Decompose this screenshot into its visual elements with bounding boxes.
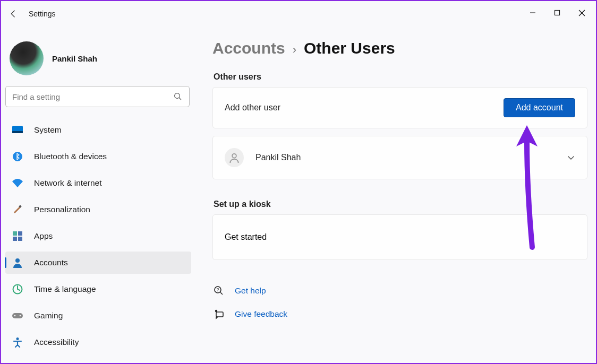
main-content: Accounts › Other Users Other users Add o…	[212, 39, 587, 324]
get-help-row: ? Get help	[212, 281, 587, 300]
user-row[interactable]: Pankil Shah	[213, 136, 587, 179]
close-icon	[578, 10, 585, 16]
close-button[interactable]	[569, 2, 594, 23]
nav-label: Gaming	[34, 311, 63, 320]
clock-globe-icon	[12, 283, 23, 295]
nav-gaming[interactable]: Gaming	[5, 305, 191, 327]
breadcrumb: Accounts › Other Users	[212, 39, 587, 57]
apps-icon	[12, 230, 23, 242]
give-feedback-row: Give feedback	[212, 305, 587, 324]
svg-rect-10	[13, 231, 17, 236]
nav-label: System	[34, 125, 62, 135]
svg-point-14	[15, 258, 20, 263]
svg-rect-23	[216, 312, 223, 317]
person-outline-icon	[225, 148, 244, 167]
kiosk-get-started-label: Get started	[225, 232, 267, 242]
svg-line-5	[179, 98, 181, 100]
avatar	[10, 41, 44, 75]
person-icon	[12, 257, 23, 268]
kiosk-card[interactable]: Get started	[212, 214, 587, 260]
maximize-button[interactable]	[545, 2, 569, 23]
user-name: Pankil Shah	[255, 153, 567, 162]
nav-accounts[interactable]: Accounts	[5, 252, 191, 274]
accessibility-icon	[12, 336, 23, 348]
give-feedback-link[interactable]: Give feedback	[235, 309, 287, 319]
add-other-user-row: Add other user Add account	[213, 88, 587, 128]
nav-label: Accounts	[34, 258, 68, 267]
breadcrumb-parent[interactable]: Accounts	[212, 39, 285, 57]
bluetooth-icon	[12, 151, 23, 162]
nav-bluetooth[interactable]: Bluetooth & devices	[5, 145, 191, 168]
chevron-down-icon	[567, 153, 575, 162]
chevron-right-icon: ›	[293, 43, 296, 57]
maximize-icon	[554, 10, 560, 16]
svg-rect-1	[555, 11, 560, 15]
nav-label: Apps	[34, 231, 53, 241]
add-other-user-label: Add other user	[225, 103, 504, 112]
svg-point-18	[20, 315, 21, 317]
svg-text:?: ?	[216, 287, 219, 292]
user-list-card: Pankil Shah	[212, 136, 587, 179]
wifi-icon	[12, 177, 23, 189]
search-container	[5, 86, 187, 107]
breadcrumb-current: Other Users	[304, 39, 395, 57]
nav-apps[interactable]: Apps	[5, 225, 191, 247]
back-button[interactable]	[1, 2, 25, 26]
nav-personalization[interactable]: Personalization	[5, 198, 191, 221]
nav-accessibility[interactable]: Accessibility	[5, 331, 191, 353]
minimize-icon	[530, 10, 536, 16]
sidebar: Pankil Shah System Bluetooth & devices N…	[5, 38, 191, 356]
nav-label: Time & language	[34, 284, 96, 294]
profile-name: Pankil Shah	[52, 54, 97, 63]
system-icon	[12, 124, 23, 136]
nav-time[interactable]: Time & language	[5, 278, 191, 300]
add-other-user-card: Add other user Add account	[212, 87, 587, 128]
svg-rect-13	[18, 237, 22, 241]
svg-point-17	[14, 315, 16, 317]
nav-list: System Bluetooth & devices Network & int…	[5, 117, 191, 356]
svg-rect-11	[18, 231, 22, 236]
svg-point-20	[232, 154, 236, 158]
paintbrush-icon	[12, 204, 23, 215]
nav-label: Bluetooth & devices	[34, 152, 107, 161]
help-icon: ?	[212, 285, 225, 296]
arrow-left-icon	[8, 9, 18, 19]
search-icon	[173, 92, 183, 101]
search-box[interactable]	[5, 86, 190, 107]
settings-window: Settings Pankil Shah	[0, 0, 597, 364]
profile-block[interactable]: Pankil Shah	[5, 38, 191, 86]
search-input[interactable]	[12, 92, 173, 101]
window-controls	[521, 2, 594, 23]
svg-point-24	[215, 310, 217, 312]
nav-label: Accessibility	[34, 337, 79, 347]
svg-rect-16	[12, 313, 23, 318]
feedback-icon	[212, 309, 225, 319]
svg-point-4	[175, 93, 180, 99]
section-kiosk-title: Set up a kiosk	[214, 200, 587, 209]
nav-network[interactable]: Network & internet	[5, 172, 191, 194]
gamepad-icon	[12, 310, 23, 322]
window-title: Settings	[29, 10, 56, 18]
title-bar: Settings	[1, 1, 596, 27]
get-help-link[interactable]: Get help	[235, 286, 266, 296]
nav-label: Personalization	[34, 205, 90, 214]
minimize-button[interactable]	[521, 2, 545, 23]
section-other-users-title: Other users	[214, 72, 587, 82]
add-account-button[interactable]: Add account	[504, 98, 575, 117]
svg-rect-7	[12, 131, 23, 133]
svg-point-19	[16, 337, 19, 340]
nav-system[interactable]: System	[5, 119, 191, 141]
svg-rect-12	[13, 237, 17, 241]
nav-label: Network & internet	[34, 178, 102, 188]
